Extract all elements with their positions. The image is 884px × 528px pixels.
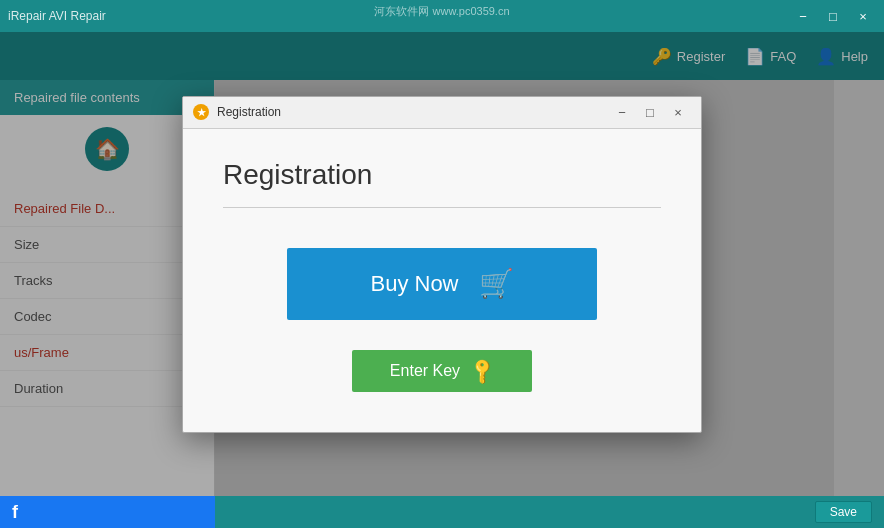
key-icon: 🔑 [468,355,499,386]
title-bar-left: iRepair AVI Repair [8,9,106,23]
minimize-button[interactable]: − [790,6,816,26]
modal-title-text: Registration [217,105,281,119]
modal-maximize-button[interactable]: □ [637,102,663,122]
modal-minimize-button[interactable]: − [609,102,635,122]
window-controls: − □ × [790,6,876,26]
enter-key-label: Enter Key [390,362,460,380]
modal-title-left: ★ Registration [193,104,281,120]
watermark: 河东软件网 www.pc0359.cn [374,4,509,19]
modal-overlay: ★ Registration − □ × Registration Buy No… [0,32,884,496]
title-bar: iRepair AVI Repair 河东软件网 www.pc0359.cn −… [0,0,884,32]
modal-heading: Registration [223,159,661,191]
modal-icon: ★ [193,104,209,120]
close-button[interactable]: × [850,6,876,26]
maximize-button[interactable]: □ [820,6,846,26]
buy-now-button[interactable]: Buy Now 🛒 [287,248,597,320]
modal-titlebar: ★ Registration − □ × [183,97,701,129]
modal-controls: − □ × [609,102,691,122]
modal-divider [223,207,661,208]
app-window: iRepair AVI Repair 河东软件网 www.pc0359.cn −… [0,0,884,528]
buy-now-label: Buy Now [370,271,458,297]
modal-body: Registration Buy Now 🛒 Enter Key 🔑 [183,129,701,432]
registration-modal: ★ Registration − □ × Registration Buy No… [182,96,702,433]
save-button[interactable]: Save [815,501,872,523]
cart-icon: 🛒 [479,267,514,300]
enter-key-button[interactable]: Enter Key 🔑 [352,350,532,392]
modal-icon-char: ★ [197,107,206,118]
modal-close-button[interactable]: × [665,102,691,122]
social-bar: f [0,496,215,528]
facebook-icon[interactable]: f [12,502,18,523]
app-title: iRepair AVI Repair [8,9,106,23]
